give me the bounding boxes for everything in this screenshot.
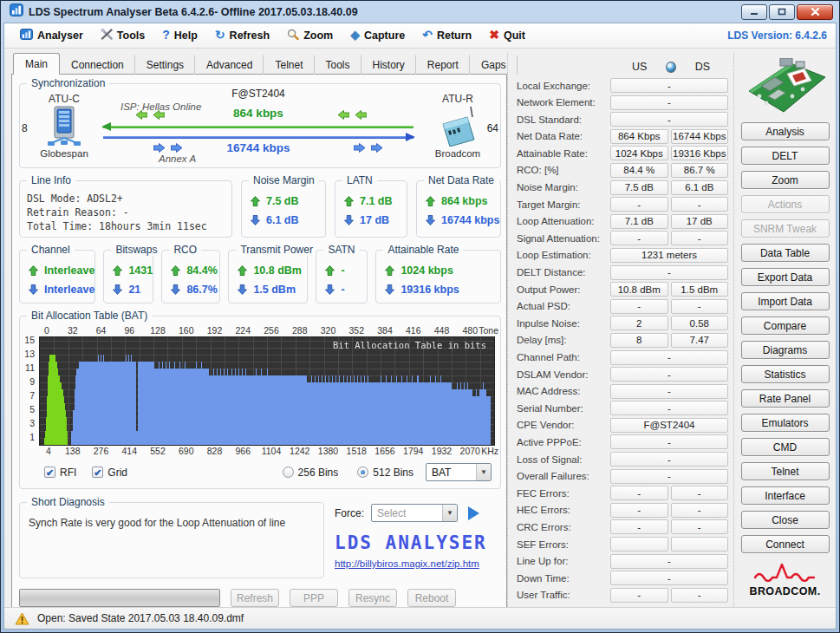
row-label: Output Power: bbox=[517, 284, 610, 295]
downstream-stat: 19316 kbps bbox=[385, 280, 500, 299]
menu-item-capture[interactable]: ◆Capture bbox=[343, 27, 412, 44]
span-value-cell: - bbox=[610, 554, 728, 569]
side-button-rate-panel[interactable]: Rate Panel bbox=[741, 389, 830, 408]
tab-main[interactable]: Main bbox=[13, 53, 60, 75]
tab-report[interactable]: Report bbox=[416, 55, 470, 75]
side-button-diagrams[interactable]: Diagrams bbox=[741, 341, 830, 359]
close-button[interactable] bbox=[797, 4, 833, 20]
stat-box-legend: Noise Margin bbox=[249, 174, 319, 186]
row-label: User Traffic: bbox=[517, 590, 610, 600]
atu-r-label: ATU-R bbox=[420, 93, 495, 105]
row-cells: 7.5 dB6.1 dB bbox=[610, 180, 728, 195]
stat-box-rco: RCO84.4%86.7% bbox=[161, 250, 220, 303]
minimize-button[interactable] bbox=[741, 4, 767, 20]
tab-advanced[interactable]: Advanced bbox=[195, 55, 264, 75]
broadcom-text: BROADCOM. bbox=[749, 585, 820, 597]
us-value-cell: 7.1 dB bbox=[610, 214, 668, 229]
menu-item-tools[interactable]: Tools bbox=[94, 26, 152, 45]
row-cells: 864 Kbps16744 Kbps bbox=[610, 129, 728, 144]
us-value-cell: 2 bbox=[610, 316, 668, 330]
side-button-telnet[interactable]: Telnet bbox=[741, 462, 830, 480]
help-icon: ? bbox=[162, 29, 170, 42]
x-tick-label: 1104 bbox=[262, 446, 282, 456]
side-button-delt[interactable]: DELT bbox=[741, 147, 830, 165]
table-row: HEC Errors:-- bbox=[517, 502, 728, 519]
y-tick-label: 15 bbox=[24, 335, 35, 345]
downstream-stat: 86.7% bbox=[171, 280, 219, 299]
side-button-emulators[interactable]: Emulators bbox=[741, 414, 830, 432]
span-value-cell: - bbox=[610, 350, 728, 365]
footer-button-resync[interactable]: Resync bbox=[348, 589, 397, 607]
homepage-link[interactable]: http://billybiros.magix.net/zip.htm bbox=[335, 558, 498, 569]
y-tick-label: 1 bbox=[29, 432, 35, 442]
row-label: FEC Errors: bbox=[517, 488, 610, 499]
side-button-import-data[interactable]: Import Data bbox=[741, 292, 830, 310]
side-button-cmd[interactable]: CMD bbox=[741, 438, 830, 456]
side-button-zoom[interactable]: Zoom bbox=[741, 171, 830, 189]
row-label: Network Element: bbox=[517, 97, 610, 108]
menu-item-zoom[interactable]: Zoom bbox=[280, 26, 340, 45]
row-cells: 20.58 bbox=[610, 316, 728, 330]
side-button-compare[interactable]: Compare bbox=[741, 316, 830, 335]
y-tick-label: 3 bbox=[29, 418, 35, 428]
side-button-connect[interactable]: Connect bbox=[741, 535, 830, 553]
row-cells: -- bbox=[610, 486, 728, 500]
stat-box-legend: Transmit Power bbox=[236, 244, 317, 256]
menu-item-analyser[interactable]: Analyser bbox=[13, 26, 90, 45]
menu-item-refresh[interactable]: ↻Refresh bbox=[208, 27, 277, 44]
table-row: SEF Errors: bbox=[517, 536, 728, 552]
side-button-export-data[interactable]: Export Data bbox=[741, 268, 830, 286]
x-tick-label: 1518 bbox=[347, 446, 367, 456]
x-tick-label: 1794 bbox=[403, 446, 423, 456]
ds-value-cell: - bbox=[671, 231, 729, 245]
side-button-interface[interactable]: Interface bbox=[741, 486, 830, 505]
span-value-cell: - bbox=[610, 571, 728, 585]
span-value-cell: - bbox=[610, 95, 728, 110]
table-row: Delay [ms]:87.47 bbox=[517, 332, 728, 349]
bins-256-radio[interactable]: 256 Bins bbox=[283, 467, 339, 479]
stat-box-legend: Net Data Rate bbox=[424, 174, 498, 186]
tab-settings[interactable]: Settings bbox=[135, 55, 195, 75]
tab-telnet[interactable]: Telnet bbox=[264, 55, 314, 75]
x-tick-label: 1932 bbox=[432, 446, 452, 456]
us-value-cell: 8 bbox=[610, 333, 668, 348]
upstream-stat: 7.1 dB bbox=[344, 192, 407, 211]
link-status-led bbox=[666, 62, 676, 73]
table-row: Signal Attenuation:-- bbox=[517, 230, 728, 246]
row-label: Overall Failures: bbox=[517, 471, 610, 481]
side-button-statistics[interactable]: Statistics bbox=[741, 365, 830, 383]
span-value-cell: 1231 meters bbox=[610, 248, 728, 263]
footer-button-ppp[interactable]: PPP bbox=[290, 589, 338, 607]
menu-item-return[interactable]: ↶Return bbox=[415, 27, 479, 44]
menu-item-help[interactable]: ?Help bbox=[155, 27, 205, 44]
tab-connection[interactable]: Connection bbox=[60, 55, 135, 75]
table-row: Noise Margin:7.5 dB6.1 dB bbox=[517, 179, 728, 196]
force-select[interactable]: Select▼ bbox=[371, 504, 458, 522]
ds-value-cell: 0.58 bbox=[671, 316, 729, 330]
side-button-close[interactable]: Close bbox=[741, 511, 830, 529]
synchronization-panel: Synchronization ATU-C bbox=[19, 83, 501, 168]
footer-button-refresh[interactable]: Refresh bbox=[231, 589, 279, 607]
ds-value-cell bbox=[671, 537, 729, 551]
tab-tools[interactable]: Tools bbox=[315, 55, 361, 75]
side-button-analysis[interactable]: Analysis bbox=[741, 122, 830, 140]
footer-button-reboot[interactable]: Reboot bbox=[407, 589, 456, 607]
row-cells bbox=[610, 537, 728, 551]
diagnosis-legend: Short Diagnosis bbox=[27, 496, 109, 508]
tab-history[interactable]: History bbox=[361, 55, 416, 75]
rfi-checkbox[interactable]: ✔RFI bbox=[44, 467, 76, 479]
downstream-stat: Interleave bbox=[29, 280, 94, 299]
maximize-button[interactable] bbox=[769, 4, 795, 20]
tab-gaps[interactable]: Gaps bbox=[470, 55, 518, 75]
menu-item-quit[interactable]: ✖Quit bbox=[482, 27, 532, 44]
ds-value-cell: - bbox=[671, 197, 729, 212]
side-button-data-table[interactable]: Data Table bbox=[741, 244, 830, 262]
ds-value-cell: - bbox=[671, 503, 729, 518]
ds-value-cell: 1.5 dBm bbox=[671, 282, 729, 297]
bat-view-select[interactable]: BAT▼ bbox=[426, 463, 492, 481]
short-diagnosis-panel: Short Diagnosis Synch Rate is very good … bbox=[19, 502, 324, 578]
bins-512-radio[interactable]: 512 Bins bbox=[357, 467, 413, 479]
force-apply-button[interactable] bbox=[468, 506, 479, 520]
server-icon bbox=[46, 105, 82, 147]
grid-checkbox[interactable]: ✔Grid bbox=[92, 467, 127, 479]
